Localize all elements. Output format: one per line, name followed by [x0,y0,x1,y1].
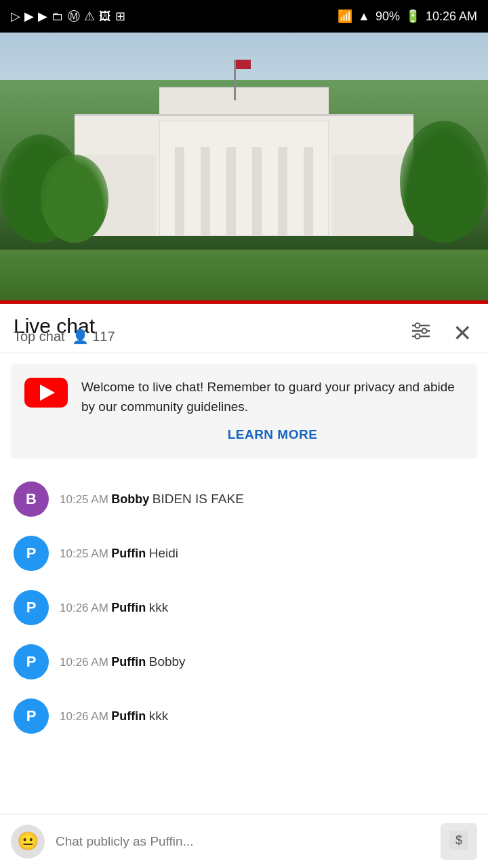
message-name: Puffin [111,709,146,723]
svg-point-5 [415,334,420,338]
send-button[interactable]: $ [441,823,477,860]
close-icon: ✕ [453,320,472,346]
message-content: 10:25 AM Puffin Heidi [60,546,474,561]
chat-panel: Live chat ✕ [0,304,488,800]
mastodon-icon: Ⓜ [68,8,80,24]
message-content: 10:26 AM Puffin kkk [60,709,474,724]
col2 [201,147,210,235]
whitehouse-container [75,87,413,236]
video-progress-bar [0,300,488,304]
avatar: P [14,590,49,625]
message-name: Puffin [111,655,146,669]
status-icons: ▷ ▶ ▶ 🗀 Ⓜ ⚠ 🖼 ⊞ [11,8,125,24]
send-icon: $ [448,829,470,853]
battery-icon: 🔋 [405,9,420,24]
emoji-icon: 😐 [17,831,39,852]
chat-message: P 10:26 AM Puffin Bobby [0,635,488,689]
tree-right [400,121,488,243]
chat-message: B 10:25 AM Bobby BIDEN IS FAKE [0,472,488,526]
status-bar: ▷ ▶ ▶ 🗀 Ⓜ ⚠ 🖼 ⊞ 📶 ▲ 90% 🔋 10:26 AM [0,0,488,33]
chat-message: P 10:26 AM Puffin kkk [0,689,488,743]
video-player[interactable] [0,33,488,304]
message-name: Puffin [111,547,146,560]
svg-text:$: $ [455,833,462,847]
header-divider [0,353,488,353]
avatar: P [14,644,49,679]
chat-messages: B 10:25 AM Bobby BIDEN IS FAKE P 10:25 A… [0,469,488,746]
welcome-banner: Welcome to live chat! Remember to guard … [11,364,477,458]
col6 [304,147,313,235]
flag [236,60,251,69]
message-name: Bobby [111,492,149,506]
welcome-row: Welcome to live chat! Remember to guard … [24,378,464,416]
col4 [252,147,262,235]
close-button[interactable]: ✕ [450,319,474,347]
message-time: 10:26 AM [60,656,108,669]
message-content: 10:26 AM Puffin kkk [60,600,474,615]
chat-message: P 10:25 AM Puffin Heidi [0,526,488,580]
status-right: 📶 ▲ 90% 🔋 10:26 AM [338,9,477,24]
learn-more-button[interactable]: LEARN MORE [81,427,464,442]
message-time: 10:25 AM [60,493,108,506]
youtube-logo [24,378,68,408]
emoji-button[interactable]: 😐 [11,825,45,859]
tree-left2 [41,155,108,243]
flagpole [234,60,236,100]
avatar: P [14,536,49,571]
columns-area [159,121,329,236]
message-text: kkk [149,709,169,723]
message-time: 10:25 AM [60,547,108,560]
col5 [278,147,287,235]
message-text: Bobby [149,654,186,669]
avatar: B [14,481,49,517]
col1 [175,147,184,235]
col3 [226,147,236,235]
grid-icon: ⊞ [115,9,125,24]
message-content: 10:26 AM Puffin Bobby [60,654,474,669]
chat-message: P 10:26 AM Puffin kkk [0,580,488,635]
time-display: 10:26 AM [426,9,477,24]
play-icon: ▷ [11,9,20,24]
signal-icon: ▲ [358,9,370,24]
yt-icon: ▶ [24,9,34,24]
image-icon: 🖼 [99,9,111,24]
message-text: Heidi [149,546,178,560]
sliders-icon [411,322,431,344]
filter-button[interactable] [408,319,434,347]
chat-input[interactable] [56,825,430,859]
wifi-icon: 📶 [338,9,352,24]
viewer-icon: 👤 [68,329,92,344]
message-time: 10:26 AM [60,710,108,723]
message-name: Puffin [111,601,146,614]
folder-icon: 🗀 [52,9,64,24]
message-text: kkk [149,600,169,614]
message-content: 10:25 AM Bobby BIDEN IS FAKE [60,492,474,507]
chat-input-bar: 😐 $ [0,814,488,868]
chat-header-right: ✕ [408,315,474,347]
alert-icon: ⚠ [84,9,95,24]
yt-play-icon [40,384,55,401]
svg-point-3 [415,323,420,328]
roof [159,87,329,114]
battery-text: 90% [375,9,400,24]
message-time: 10:26 AM [60,601,108,614]
viewer-num: 117 [92,329,115,344]
svg-point-4 [422,328,427,333]
top-chat-text: Top chat [14,329,65,344]
message-text: BIDEN IS FAKE [152,492,244,506]
yt2-icon: ▶ [38,9,47,24]
avatar: P [14,698,49,734]
welcome-text: Welcome to live chat! Remember to guard … [81,378,464,416]
bottom-spacer [0,746,488,800]
